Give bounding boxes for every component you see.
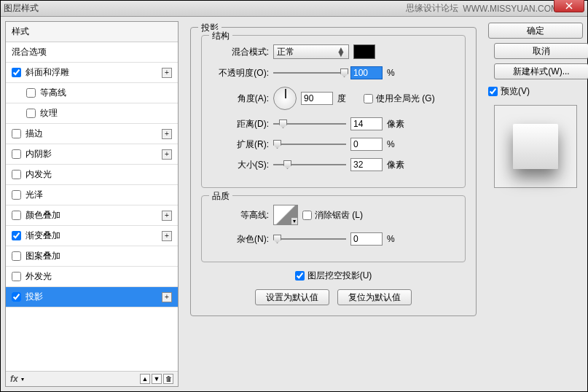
trash-icon[interactable]: 🗑 bbox=[163, 374, 173, 384]
style-item-2[interactable]: 纹理 bbox=[6, 103, 178, 124]
close-icon bbox=[565, 2, 573, 9]
style-checkbox[interactable] bbox=[12, 231, 21, 240]
style-checkbox[interactable] bbox=[26, 109, 36, 118]
styles-list: 斜面和浮雕+等高线纹理描边+内阴影+内发光光泽颜色叠加+渐变叠加+图案叠加外发光… bbox=[6, 63, 178, 307]
style-label: 内发光 bbox=[26, 168, 52, 181]
quality-group: 品质 等高线: ▾ 消除锯齿 (L) 杂色(N): 0 % bbox=[201, 195, 466, 262]
size-label: 大小(S): bbox=[212, 159, 269, 171]
style-item-10[interactable]: 外发光 bbox=[6, 267, 178, 287]
style-checkbox[interactable] bbox=[12, 170, 21, 179]
style-label: 内阴影 bbox=[26, 148, 52, 160]
distance-input[interactable]: 14 bbox=[350, 117, 383, 130]
shadow-color-swatch[interactable] bbox=[353, 44, 375, 59]
size-slider[interactable] bbox=[273, 160, 346, 170]
window-title: 图层样式 bbox=[4, 2, 39, 15]
style-item-6[interactable]: 光泽 bbox=[6, 185, 178, 205]
style-label: 渐变叠加 bbox=[26, 230, 60, 242]
spread-input[interactable]: 0 bbox=[350, 138, 383, 151]
structure-group: 结构 混合模式: 正常 ▲▼ 不透明度(O): 100 % bbox=[201, 35, 466, 188]
expand-icon[interactable]: + bbox=[162, 292, 172, 302]
contour-picker[interactable]: ▾ bbox=[273, 205, 298, 225]
style-item-4[interactable]: 内阴影+ bbox=[6, 144, 178, 165]
style-checkbox[interactable] bbox=[12, 68, 21, 77]
style-label: 纹理 bbox=[40, 107, 58, 119]
style-item-11[interactable]: 投影+ bbox=[6, 287, 178, 307]
blend-mode-select[interactable]: 正常 ▲▼ bbox=[273, 44, 349, 59]
move-up-icon[interactable]: ▲ bbox=[140, 374, 150, 384]
new-style-button[interactable]: 新建样式(W)... bbox=[494, 63, 588, 79]
style-label: 等高线 bbox=[40, 87, 66, 99]
use-global-light-checkbox[interactable]: 使用全局光 (G) bbox=[364, 93, 435, 105]
style-checkbox[interactable] bbox=[12, 292, 21, 302]
styles-header: 样式 bbox=[6, 22, 178, 42]
chevron-down-icon: ▾ bbox=[291, 217, 297, 224]
preview-swatch bbox=[513, 124, 558, 169]
distance-slider[interactable] bbox=[273, 119, 346, 129]
noise-label: 杂色(N): bbox=[212, 233, 269, 246]
blending-options-item[interactable]: 混合选项 bbox=[6, 42, 178, 63]
styles-list-panel: 样式 混合选项 斜面和浮雕+等高线纹理描边+内阴影+内发光光泽颜色叠加+渐变叠加… bbox=[5, 21, 179, 387]
style-item-3[interactable]: 描边+ bbox=[6, 124, 178, 144]
style-item-9[interactable]: 图案叠加 bbox=[6, 246, 178, 267]
close-button[interactable] bbox=[554, 0, 584, 12]
right-panel: 确定 取消 新建样式(W)... 预览(V) bbox=[488, 21, 583, 387]
titlebar: 图层样式 思缘设计论坛 WWW.MISSYUAN.COM bbox=[1, 1, 587, 17]
style-label: 外发光 bbox=[26, 270, 52, 283]
antialias-checkbox[interactable]: 消除锯齿 (L) bbox=[302, 209, 363, 222]
expand-icon[interactable]: + bbox=[162, 129, 172, 139]
noise-input[interactable]: 0 bbox=[350, 232, 383, 246]
move-down-icon[interactable]: ▼ bbox=[152, 374, 162, 384]
style-label: 颜色叠加 bbox=[26, 209, 60, 222]
ok-button[interactable]: 确定 bbox=[488, 23, 583, 39]
spread-label: 扩展(R): bbox=[212, 138, 269, 151]
style-label: 光泽 bbox=[26, 189, 43, 201]
layer-style-dialog: 图层样式 思缘设计论坛 WWW.MISSYUAN.COM 样式 混合选项 斜面和… bbox=[0, 0, 588, 392]
contour-label: 等高线: bbox=[212, 209, 269, 222]
dialog-content: 样式 混合选项 斜面和浮雕+等高线纹理描边+内阴影+内发光光泽颜色叠加+渐变叠加… bbox=[1, 17, 587, 391]
opacity-slider[interactable] bbox=[273, 68, 346, 78]
set-default-button[interactable]: 设置为默认值 bbox=[255, 289, 329, 305]
style-checkbox[interactable] bbox=[12, 272, 21, 281]
style-item-8[interactable]: 渐变叠加+ bbox=[6, 226, 178, 246]
cancel-button[interactable]: 取消 bbox=[494, 43, 588, 59]
select-arrows-icon: ▲▼ bbox=[337, 47, 345, 56]
fx-icon[interactable]: fx bbox=[10, 374, 18, 384]
style-checkbox[interactable] bbox=[12, 190, 21, 200]
watermark: 思缘设计论坛 WWW.MISSYUAN.COM bbox=[406, 2, 558, 15]
style-checkbox[interactable] bbox=[26, 88, 36, 98]
options-panel: 投影 结构 混合模式: 正常 ▲▼ 不透明度(O): 10 bbox=[183, 21, 484, 387]
preview-checkbox[interactable]: 预览(V) bbox=[488, 85, 583, 98]
style-label: 斜面和浮雕 bbox=[26, 66, 69, 79]
quality-title: 品质 bbox=[209, 190, 232, 203]
angle-label: 角度(A): bbox=[212, 93, 269, 105]
expand-icon[interactable]: + bbox=[162, 149, 172, 160]
style-item-1[interactable]: 等高线 bbox=[6, 83, 178, 103]
style-label: 描边 bbox=[26, 128, 43, 140]
style-checkbox[interactable] bbox=[12, 211, 21, 220]
expand-icon[interactable]: + bbox=[162, 211, 172, 221]
style-checkbox[interactable] bbox=[12, 149, 21, 159]
angle-input[interactable]: 90 bbox=[301, 92, 333, 105]
structure-title: 结构 bbox=[209, 30, 232, 42]
knockout-checkbox[interactable]: 图层挖空投影(U) bbox=[295, 270, 372, 282]
reset-default-button[interactable]: 复位为默认值 bbox=[337, 289, 412, 305]
noise-slider[interactable] bbox=[273, 234, 346, 244]
style-label: 图案叠加 bbox=[26, 250, 60, 262]
blend-mode-label: 混合模式: bbox=[212, 46, 269, 58]
angle-dial[interactable] bbox=[273, 87, 297, 110]
footer-arrows: ▲ ▼ 🗑 bbox=[140, 374, 173, 384]
expand-icon[interactable]: + bbox=[162, 68, 172, 78]
distance-label: 距离(D): bbox=[212, 118, 269, 130]
expand-icon[interactable]: + bbox=[162, 231, 172, 241]
style-checkbox[interactable] bbox=[12, 251, 21, 261]
style-checkbox[interactable] bbox=[12, 129, 21, 138]
style-item-7[interactable]: 颜色叠加+ bbox=[6, 205, 178, 226]
styles-footer: fx▾ ▲ ▼ 🗑 bbox=[6, 371, 178, 386]
preview-box bbox=[494, 105, 577, 188]
opacity-input[interactable]: 100 bbox=[350, 66, 383, 79]
style-item-0[interactable]: 斜面和浮雕+ bbox=[6, 63, 178, 83]
size-input[interactable]: 32 bbox=[350, 158, 383, 171]
style-item-5[interactable]: 内发光 bbox=[6, 165, 178, 185]
opacity-label: 不透明度(O): bbox=[212, 67, 269, 79]
spread-slider[interactable] bbox=[273, 139, 346, 149]
